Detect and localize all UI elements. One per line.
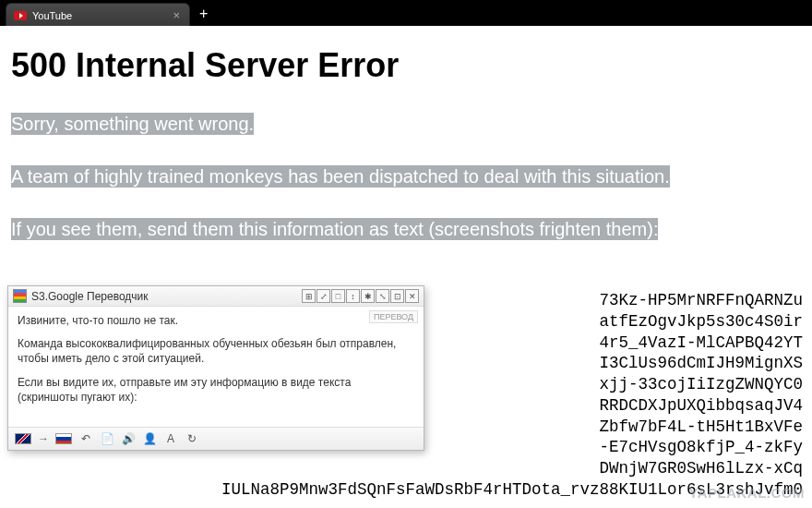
- speak-button[interactable]: 🔊: [121, 431, 136, 446]
- header-control-4[interactable]: ↕: [346, 289, 360, 303]
- header-control-7[interactable]: ⊡: [390, 289, 404, 303]
- translated-text-3: Если вы видите их, отправьте им эту инфо…: [18, 375, 414, 405]
- close-translator-button[interactable]: ✕: [405, 289, 419, 303]
- close-tab-button[interactable]: ×: [173, 8, 180, 22]
- translated-text-2: Команда высококвалифицированных обученны…: [18, 336, 414, 366]
- youtube-icon: [14, 11, 27, 20]
- account-button[interactable]: 👤: [142, 431, 157, 446]
- refresh-button[interactable]: ↻: [185, 431, 199, 446]
- page-content: 500 Internal Server Error Sorry, somethi…: [0, 26, 812, 278]
- translator-header-controls: ⊞ ⤢ □ ↕ ✱ ⤡ ⊡ ✕: [302, 289, 419, 303]
- header-control-5[interactable]: ✱: [361, 289, 375, 303]
- translator-title: S3.Google Переводчик: [31, 290, 149, 303]
- error-heading: 500 Internal Server Error: [11, 46, 803, 85]
- arrow-icon: →: [38, 432, 49, 445]
- header-control-2[interactable]: ⤢: [316, 289, 330, 303]
- undo-button[interactable]: ↶: [78, 431, 93, 446]
- translator-footer: → ↶ 📄 🔊 👤 A ↻: [8, 427, 424, 450]
- translation-tag: ПЕРЕВОД: [369, 310, 418, 323]
- browser-tab-bar: YouTube × +: [0, 0, 812, 26]
- tab-title: YouTube: [32, 10, 72, 21]
- google-logo-icon: [13, 289, 27, 303]
- browser-tab-youtube[interactable]: YouTube ×: [6, 3, 190, 26]
- flag-ru-icon[interactable]: [55, 433, 72, 444]
- translator-header[interactable]: S3.Google Переводчик ⊞ ⤢ □ ↕ ✱ ⤡ ⊡ ✕: [8, 286, 424, 307]
- translated-text-1: Извините, что-то пошло не так.: [18, 313, 414, 328]
- translator-body: ПЕРЕВОД Извините, что-то пошло не так. К…: [8, 307, 424, 427]
- error-message-1: Sorry, something went wrong.: [11, 113, 254, 135]
- header-control-3[interactable]: □: [331, 289, 345, 303]
- translator-popup[interactable]: S3.Google Переводчик ⊞ ⤢ □ ↕ ✱ ⤡ ⊡ ✕ ПЕР…: [7, 285, 424, 451]
- header-control-1[interactable]: ⊞: [302, 289, 316, 303]
- error-message-2: A team of highly trained monkeys has bee…: [11, 165, 670, 187]
- new-tab-button[interactable]: +: [190, 6, 217, 26]
- watermark: YAPLAKAL.COM: [689, 485, 805, 501]
- font-button[interactable]: A: [163, 431, 178, 446]
- error-message-3: If you see them, send them this informat…: [11, 218, 658, 240]
- copy-button[interactable]: 📄: [100, 431, 114, 446]
- header-control-6[interactable]: ⤡: [376, 289, 389, 303]
- flag-uk-icon[interactable]: [15, 433, 31, 444]
